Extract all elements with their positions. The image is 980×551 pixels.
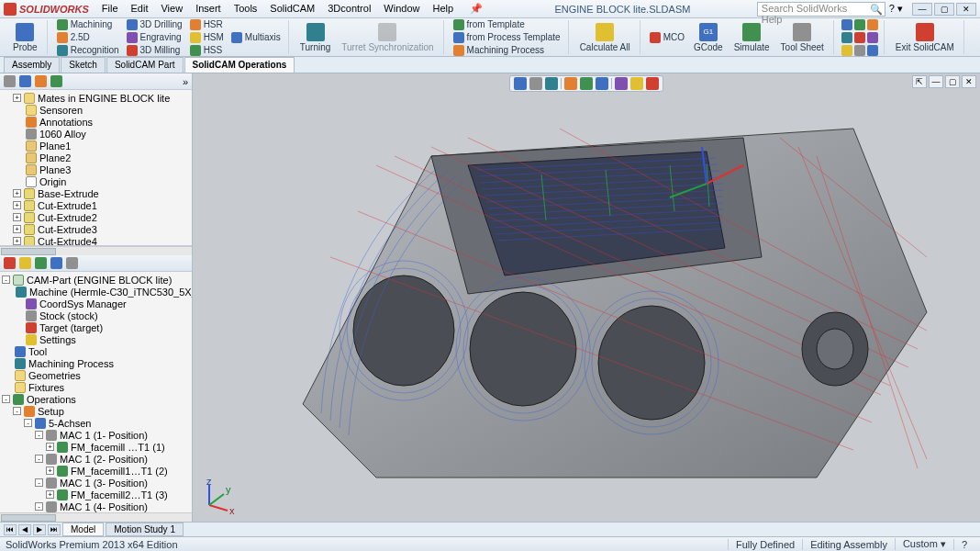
menu-window[interactable]: Window xyxy=(378,1,425,17)
tab-prev-icon[interactable]: ◀ xyxy=(18,524,31,535)
tree-item[interactable]: CoordSys Manager xyxy=(0,298,192,309)
tree-item[interactable]: +Base-Extrude xyxy=(0,187,192,199)
section-icon[interactable] xyxy=(564,77,577,90)
calculate-all-button[interactable]: Calculate All xyxy=(576,21,634,54)
tab-solidcam-operations[interactable]: SolidCAM Operations xyxy=(184,57,295,73)
expand-icon[interactable]: + xyxy=(13,201,21,209)
tree-item[interactable]: +FM_facemill1…T1 (2) xyxy=(0,465,192,477)
3dmilling-button[interactable]: 3D Milling xyxy=(125,44,184,56)
feature-tree[interactable]: +Mates in ENGINE BLOCK liteSensorenAnnot… xyxy=(0,90,192,246)
machining-button[interactable]: Machining xyxy=(55,18,121,30)
mco-button[interactable]: MCO xyxy=(648,31,686,43)
menu-edit[interactable]: Edit xyxy=(126,1,154,17)
tree-item[interactable]: -MAC 1 (1- Position) xyxy=(0,429,192,441)
tree-item[interactable]: Target (target) xyxy=(0,321,192,333)
menu-insert[interactable]: Insert xyxy=(190,1,227,17)
search-input[interactable]: Search SolidWorks Help 🔍 xyxy=(757,2,885,17)
status-help-icon[interactable]: ? xyxy=(953,539,974,550)
tree-item[interactable]: 1060 Alloy xyxy=(0,128,192,140)
menu-tools[interactable]: Tools xyxy=(228,1,263,17)
menu-file[interactable]: File xyxy=(96,1,124,17)
mini-icon[interactable] xyxy=(854,19,865,30)
expand-icon[interactable]: + xyxy=(13,237,21,245)
tree-item[interactable]: +Cut-Extrude2 xyxy=(0,211,192,223)
search-icon[interactable]: 🔍 xyxy=(870,4,883,16)
menu-solidcam[interactable]: SolidCAM xyxy=(264,1,320,17)
scene-icon[interactable] xyxy=(630,77,643,90)
tree-item[interactable]: +Cut-Extrude3 xyxy=(0,223,192,235)
expand-icon[interactable]: + xyxy=(46,490,54,499)
mini-icon[interactable] xyxy=(867,32,878,43)
prev-view-icon[interactable] xyxy=(545,77,558,90)
tree-item[interactable]: Plane2 xyxy=(0,152,192,163)
tree-item[interactable]: Sensoren xyxy=(0,104,192,116)
tree-item[interactable]: Machine (Hermle-C30_iTNC530_5X_T2eng) xyxy=(0,286,192,298)
multiaxis-button[interactable]: Multiaxis xyxy=(229,31,283,43)
tree-scrollbar2[interactable] xyxy=(0,512,192,522)
expand-icon[interactable]: + xyxy=(46,467,54,475)
display-icon[interactable] xyxy=(50,75,62,87)
probe-button[interactable]: Probe xyxy=(9,21,41,54)
mini-icon[interactable] xyxy=(841,45,852,56)
tree-item[interactable]: -MAC 1 (2- Position) xyxy=(0,453,192,465)
vp-close-icon[interactable]: ✕ xyxy=(962,75,976,88)
vp-min-icon[interactable]: — xyxy=(929,75,943,88)
tree-item[interactable]: -CAM-Part (ENGINE BLOCK lite) xyxy=(0,274,192,286)
tree-item[interactable]: Annotations xyxy=(0,116,192,128)
view-triad[interactable]: x z y xyxy=(198,479,235,516)
engraving-button[interactable]: Engraving xyxy=(125,31,184,43)
3ddrilling-button[interactable]: 3D Drilling xyxy=(125,18,184,30)
expand-icon[interactable]: - xyxy=(13,407,21,415)
help-dropdown-icon[interactable]: ? ▾ xyxy=(889,3,903,15)
tree-item[interactable]: -MAC 1 (3- Position) xyxy=(0,477,192,489)
config-icon[interactable] xyxy=(35,75,47,87)
gcode-button[interactable]: G1GCode xyxy=(690,21,727,54)
tab-next-icon[interactable]: ▶ xyxy=(33,524,46,535)
menu-help[interactable]: Help xyxy=(427,1,459,17)
filter-icon[interactable] xyxy=(4,75,16,87)
appearance-icon[interactable] xyxy=(615,77,628,90)
tree-item[interactable]: Geometries xyxy=(0,369,192,381)
recognition-button[interactable]: Recognition xyxy=(55,44,121,56)
cam-icon[interactable] xyxy=(4,257,16,269)
vp-max-icon[interactable]: ▢ xyxy=(945,75,960,88)
hide-show-icon[interactable] xyxy=(596,77,608,90)
mini-icon[interactable] xyxy=(854,45,865,56)
maximize-button[interactable]: ▢ xyxy=(934,3,954,16)
zoom-area-icon[interactable] xyxy=(529,77,542,90)
tree-item[interactable]: -Setup xyxy=(0,405,192,417)
vp-link-icon[interactable]: ⇱ xyxy=(912,75,927,88)
turning-button[interactable]: Turning xyxy=(296,21,335,54)
tree-item[interactable]: -Operations xyxy=(0,393,192,405)
feature-icon[interactable] xyxy=(19,75,31,87)
cam-icon5[interactable] xyxy=(66,257,78,269)
simulate-button[interactable]: Simulate xyxy=(730,21,774,54)
display-style-icon[interactable] xyxy=(580,77,593,90)
expand-icon[interactable]: - xyxy=(2,395,10,403)
zoom-fit-icon[interactable] xyxy=(514,77,527,90)
tree-item[interactable]: +Mates in ENGINE BLOCK lite xyxy=(0,92,192,104)
menu-3dcontrol[interactable]: 3Dcontrol xyxy=(322,1,376,17)
minimize-button[interactable]: — xyxy=(912,3,932,16)
tab-last-icon[interactable]: ⏭ xyxy=(48,524,61,535)
expand-icon[interactable]: + xyxy=(46,443,54,451)
tab-assembly[interactable]: Assembly xyxy=(4,57,60,73)
hsr-button[interactable]: HSR xyxy=(188,18,226,30)
tree-item[interactable]: Plane1 xyxy=(0,140,192,152)
expand-icon[interactable]: - xyxy=(2,276,10,284)
expand-icon[interactable]: - xyxy=(35,431,43,439)
tree-item[interactable]: -5-Achsen xyxy=(0,417,192,429)
status-custom[interactable]: Custom ▾ xyxy=(895,538,953,550)
machining-process-button[interactable]: Machining Process xyxy=(451,44,562,56)
tab-solidcam-part[interactable]: SolidCAM Part xyxy=(106,57,184,73)
cam-icon4[interactable] xyxy=(50,257,62,269)
mini-icon[interactable] xyxy=(867,19,878,30)
tree-item[interactable]: +Cut-Extrude4 xyxy=(0,235,192,246)
mini-icon[interactable] xyxy=(854,32,865,43)
cam-tree[interactable]: -CAM-Part (ENGINE BLOCK lite)Machine (He… xyxy=(0,272,192,512)
tree-item[interactable]: Stock (stock) xyxy=(0,309,192,321)
tab-first-icon[interactable]: ⏮ xyxy=(4,524,17,535)
close-button[interactable]: ✕ xyxy=(956,3,976,16)
hsm-button[interactable]: HSM xyxy=(188,31,226,43)
model-canvas[interactable] xyxy=(193,73,980,522)
